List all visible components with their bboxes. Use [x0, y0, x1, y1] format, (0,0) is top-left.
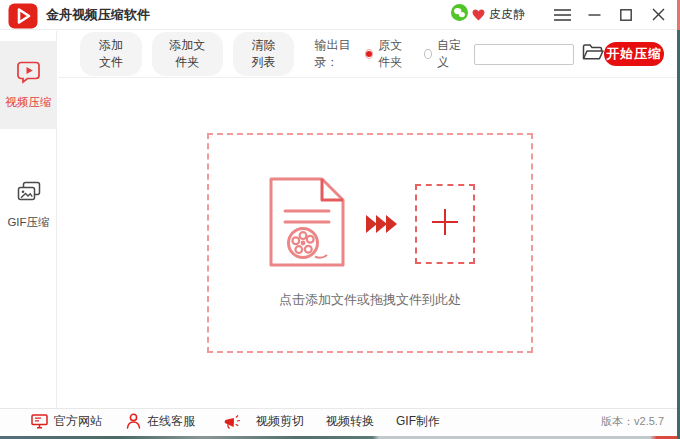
- add-folder-button[interactable]: 添加文件夹: [152, 32, 223, 76]
- app-logo-icon: [8, 3, 38, 29]
- version-label: 版本：v2.5.7: [601, 414, 664, 429]
- file-dropzone[interactable]: 点击添加文件或拖拽文件到此处: [207, 133, 533, 353]
- tool-video-cut-link[interactable]: 视频剪切: [256, 413, 304, 430]
- custom-path-input[interactable]: [474, 44, 574, 65]
- browse-folder-button[interactable]: [582, 44, 604, 64]
- close-button[interactable]: [647, 4, 669, 26]
- add-target-box[interactable]: [415, 184, 475, 264]
- vip-heart-icon: [472, 9, 485, 21]
- sidebar-item-gif-compress[interactable]: GIF压缩: [0, 161, 57, 249]
- username: 皮皮静: [489, 6, 525, 23]
- tool-gif-maker-link[interactable]: GIF制作: [396, 413, 440, 430]
- start-compress-button[interactable]: 开始压缩: [604, 42, 664, 66]
- radio-custom-label: 自定义: [437, 37, 462, 71]
- wechat-icon: [451, 4, 468, 25]
- radio-dot-icon: [424, 49, 432, 59]
- customer-service-icon: [126, 413, 141, 429]
- radio-dot-icon: [365, 49, 373, 59]
- footer: 官方网站 在线客服 视频剪切 视频转换 GIF制作 版本：v2.5.7: [0, 408, 677, 433]
- open-folder-icon: [582, 44, 604, 64]
- toolbar: 添加文件 添加文件夹 清除列表 输出目录： 原文件夹 自定义 开始压缩: [58, 31, 677, 78]
- video-compress-icon: [16, 60, 41, 88]
- dropzone-hint: 点击添加文件或拖拽文件到此处: [279, 291, 461, 309]
- sidebar-item-label: 视频压缩: [6, 95, 52, 110]
- dropzone-graphic: [265, 177, 475, 271]
- official-website-label: 官方网站: [54, 413, 102, 430]
- maximize-button[interactable]: [615, 4, 637, 26]
- app-title: 金舟视频压缩软件: [46, 6, 150, 24]
- radio-original-label: 原文件夹: [378, 37, 412, 71]
- video-file-icon: [265, 177, 349, 271]
- triple-arrow-icon: [365, 212, 399, 236]
- main-content: 点击添加文件或拖拽文件到此处: [58, 78, 677, 408]
- plus-icon: [430, 207, 460, 241]
- hamburger-menu-icon[interactable]: [551, 4, 573, 26]
- sidebar: 视频压缩 GIF压缩: [0, 31, 57, 408]
- sidebar-item-video-compress[interactable]: 视频压缩: [0, 41, 57, 129]
- monitor-icon: [31, 414, 48, 429]
- sidebar-item-label: GIF压缩: [7, 215, 49, 230]
- online-support-label: 在线客服: [147, 413, 195, 430]
- radio-custom-folder[interactable]: 自定义: [424, 37, 462, 71]
- minimize-button[interactable]: [583, 4, 605, 26]
- titlebar: 金舟视频压缩软件 皮皮静: [0, 0, 677, 30]
- gif-compress-icon: [17, 181, 41, 208]
- official-website-link[interactable]: 官方网站: [31, 413, 102, 430]
- app-window: 金舟视频压缩软件 皮皮静: [0, 0, 677, 436]
- online-support-link[interactable]: 在线客服: [126, 413, 195, 430]
- add-file-button[interactable]: 添加文件: [80, 32, 142, 76]
- clear-list-button[interactable]: 清除列表: [233, 32, 295, 76]
- user-account[interactable]: 皮皮静: [451, 4, 525, 25]
- radio-original-folder[interactable]: 原文件夹: [365, 37, 412, 71]
- output-dir-label: 输出目录：: [314, 37, 359, 71]
- megaphone-icon: [223, 413, 242, 430]
- tool-video-convert-link[interactable]: 视频转换: [326, 413, 374, 430]
